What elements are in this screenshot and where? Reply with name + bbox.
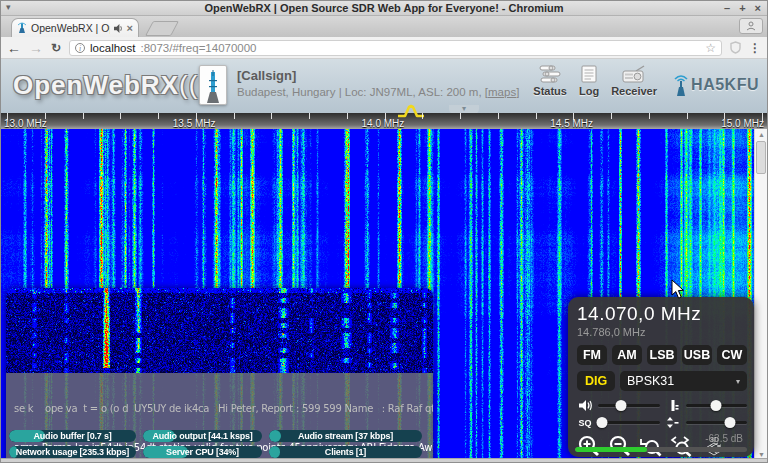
scroll-up-icon[interactable]: ▲ [755, 129, 768, 140]
receiver-radio-icon [622, 65, 646, 83]
status-pill-bar: Audio buffer [0.7 s] Audio output [44.1 … [9, 430, 422, 458]
new-tab-button[interactable] [145, 21, 179, 36]
smeter-db-label: -63.5 dB [705, 433, 743, 444]
minimize-button[interactable]: – [724, 1, 730, 15]
digimode-select[interactable]: BPSK31 ▾ [620, 371, 747, 391]
window-title: OpenWebRX | Open Source SDR Web App for … [1, 2, 767, 14]
squelch-slider[interactable] [598, 417, 660, 428]
waterfall-colors-slider[interactable] [686, 400, 748, 411]
status-button[interactable]: Status [533, 65, 567, 97]
network-usage-pill: Network usage [235.3 kbps] [9, 446, 136, 458]
ha5kfu-logo[interactable]: HA5KFU [673, 73, 759, 97]
audio-level-bar [575, 447, 747, 452]
digimode-waterfall[interactable] [6, 288, 433, 373]
log-button[interactable]: Log [579, 65, 599, 97]
mode-dig-button[interactable]: DIG [577, 371, 615, 391]
volume-icon [577, 400, 593, 411]
mode-usb-button[interactable]: USB [682, 345, 712, 365]
close-button[interactable]: × [755, 1, 761, 15]
freq-scale-label: 13.5 MHz [173, 118, 216, 129]
openwebrx-page: OpenWebRX((· [Callsign] Budapest, Hungar… [1, 59, 767, 460]
reload-button[interactable]: ↻ [51, 41, 61, 55]
antenna-photo [199, 65, 227, 105]
forward-button[interactable]: → [29, 41, 43, 55]
center-frequency: 14.786,0 MHz [577, 326, 747, 338]
extension-shield-icon[interactable] [730, 41, 741, 54]
audio-stream-pill: Audio stream [37 kbps] [269, 430, 422, 442]
scrollbar-thumb[interactable] [756, 141, 766, 174]
browser-tab[interactable]: OpenWebRX | Ope × [11, 18, 139, 37]
freq-scale-label: 15.0 MHz [721, 118, 764, 129]
zoom-out-total-button[interactable] [670, 435, 694, 457]
site-header: OpenWebRX((· [Callsign] Budapest, Hungar… [1, 59, 767, 113]
freq-scale-label: 14.0 MHz [362, 118, 405, 129]
url-path: :8073/#freq=14070000 [140, 42, 700, 54]
mode-cw-button[interactable]: CW [717, 345, 747, 365]
server-cpu-pill: Server CPU [34%] [143, 446, 262, 458]
bookmark-star-icon[interactable]: ☆ [705, 41, 716, 55]
chevron-down-icon: ▾ [736, 377, 740, 386]
mode-lsb-button[interactable]: LSB [647, 345, 677, 365]
zoom-in-total-button[interactable] [639, 435, 663, 457]
receiver-panel: 14.070,0 MHz 14.786,0 MHz FM AM LSB USB … [568, 297, 754, 457]
decoded-line-1: se k ope va t = o (o d UY5UY de ik4ca Hi… [14, 402, 425, 415]
tab-strip: OpenWebRX | Ope × [1, 16, 767, 37]
ha5kfu-tower-icon [673, 73, 689, 97]
url-host: localhost [90, 42, 135, 54]
zoom-in-button[interactable] [577, 435, 601, 457]
maps-link[interactable]: [maps] [485, 86, 520, 98]
antenna-tower-icon [204, 70, 222, 104]
freq-scale-label: 14.5 MHz [550, 118, 593, 129]
frequency-scale[interactable]: 13.0 MHz13.5 MHz14.0 MHz14.5 MHz15.0 MHz [1, 113, 767, 129]
mode-fm-button[interactable]: FM [577, 345, 607, 365]
freq-scale-label: 13.0 MHz [4, 118, 47, 129]
openwebrx-logo: OpenWebRX((· [13, 70, 208, 101]
clients-pill: Clients [1] [269, 446, 422, 458]
tab-title: OpenWebRX | Ope [31, 22, 110, 34]
page-scrollbar[interactable]: ▲ ▼ [754, 129, 767, 460]
audio-buffer-pill: Audio buffer [0.7 s] [9, 430, 136, 442]
browser-window: ▾ OpenWebRX | Open Source SDR Web App fo… [0, 0, 768, 463]
mouse-cursor [671, 279, 685, 300]
window-bottom-border [1, 458, 767, 462]
station-callsign: [Callsign] [237, 68, 519, 83]
waterfall-area: ▲ ▼ se k ope va t = o (o d UY5UY de ik4c… [1, 129, 767, 460]
status-sliders-icon [539, 65, 561, 83]
maximize-button[interactable]: + [739, 1, 745, 15]
address-bar[interactable]: i localhost :8073/#freq=14070000 ☆ [69, 40, 722, 56]
back-button[interactable]: ← [7, 41, 21, 55]
browser-menu-icon[interactable]: ⋮ [749, 41, 761, 55]
waterfall-colors-icon [665, 400, 681, 411]
zoom-out-button[interactable] [608, 435, 632, 457]
log-document-icon [581, 65, 597, 83]
waterfall-level-slider[interactable] [686, 417, 748, 428]
profile-button[interactable] [739, 18, 763, 34]
tab-favicon-icon [17, 22, 27, 34]
profile-icon [746, 21, 756, 31]
receiver-button[interactable]: Receiver [611, 65, 657, 97]
mode-am-button[interactable]: AM [612, 345, 642, 365]
window-titlebar: ▾ OpenWebRX | Open Source SDR Web App fo… [1, 1, 767, 16]
tab-audio-icon[interactable] [114, 24, 123, 33]
audio-output-pill: Audio output [44.1 ksps] [143, 430, 262, 442]
tuned-frequency[interactable]: 14.070,0 MHz [577, 303, 747, 325]
station-location: Budapest, Hungary | Loc: JN97ML, ASL: 20… [237, 86, 519, 98]
squelch-label: SQ [577, 418, 593, 428]
waterfall-minmax-icon [665, 417, 681, 428]
tab-close-icon[interactable]: × [127, 23, 133, 33]
volume-slider[interactable] [598, 400, 660, 411]
window-menu-icon[interactable]: ▾ [6, 2, 11, 12]
browser-toolbar: ← → ↻ i localhost :8073/#freq=14070000 ☆… [1, 37, 767, 59]
page-info-icon[interactable]: i [75, 43, 85, 53]
